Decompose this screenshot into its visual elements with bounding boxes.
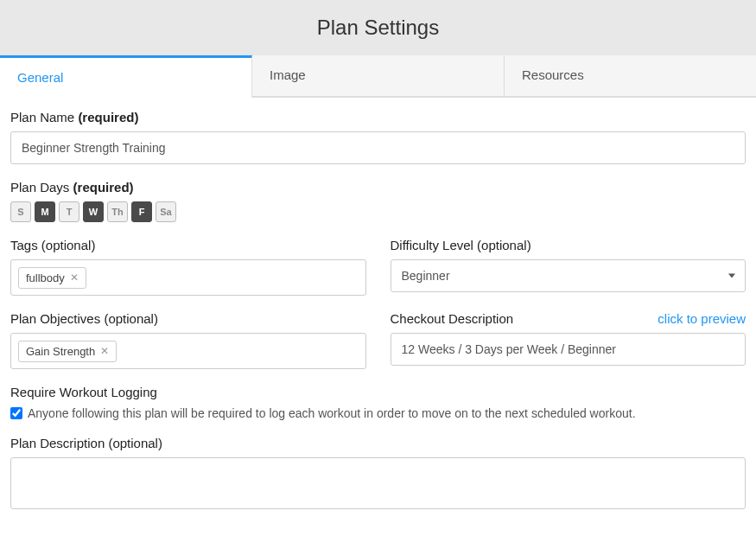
tags-label: Tags (optional) — [10, 238, 366, 252]
required-indicator: (required) — [78, 110, 138, 124]
day-tuesday[interactable]: T — [59, 201, 79, 222]
plan-name-section: Plan Name (required) — [10, 110, 746, 164]
tab-general[interactable]: General — [0, 55, 252, 98]
label-text: Plan Days — [10, 180, 73, 195]
tabs-bar: General Image Resources — [0, 55, 756, 98]
description-section: Plan Description (optional) — [10, 436, 746, 509]
tab-resources[interactable]: Resources — [505, 55, 756, 97]
day-picker: S M T W Th F Sa — [10, 201, 746, 222]
tab-image[interactable]: Image — [252, 55, 505, 97]
tag-chip: fullbody ✕ — [18, 267, 86, 289]
day-saturday[interactable]: Sa — [156, 201, 176, 222]
objective-chip: Gain Strength ✕ — [18, 341, 117, 362]
difficulty-select-wrap: Beginner — [391, 259, 746, 292]
tag-remove-icon[interactable]: ✕ — [70, 271, 79, 284]
objectives-label: Plan Objectives (optional) — [10, 311, 366, 326]
checkout-section: Checkout Description click to preview — [391, 311, 746, 369]
page-title: Plan Settings — [0, 16, 756, 40]
tags-input[interactable]: fullbody ✕ — [10, 259, 366, 296]
tag-text: fullbody — [26, 271, 65, 284]
day-monday[interactable]: M — [35, 201, 55, 222]
preview-link[interactable]: click to preview — [658, 311, 746, 326]
plan-days-label: Plan Days (required) — [10, 180, 746, 195]
label-text: Plan Name — [10, 110, 78, 124]
logging-section: Require Workout Logging Anyone following… — [10, 385, 746, 420]
difficulty-section: Difficulty Level (optional) Beginner — [391, 238, 746, 296]
checkout-description-input[interactable] — [391, 333, 746, 366]
plan-days-section: Plan Days (required) S M T W Th F Sa — [10, 180, 746, 222]
objective-text: Gain Strength — [26, 345, 95, 358]
plan-name-label: Plan Name (required) — [10, 110, 746, 124]
description-label: Plan Description (optional) — [10, 436, 746, 450]
objectives-section: Plan Objectives (optional) Gain Strength… — [10, 311, 366, 369]
plan-name-input[interactable] — [10, 131, 746, 164]
description-input[interactable] — [10, 457, 746, 509]
day-friday[interactable]: F — [131, 201, 152, 222]
objectives-checkout-row: Plan Objectives (optional) Gain Strength… — [10, 311, 746, 369]
modal-header: Plan Settings — [0, 0, 756, 55]
logging-label: Require Workout Logging — [10, 385, 746, 399]
day-thursday[interactable]: Th — [107, 201, 128, 222]
tags-difficulty-row: Tags (optional) fullbody ✕ Difficulty Le… — [10, 238, 746, 296]
tags-section: Tags (optional) fullbody ✕ — [10, 238, 366, 296]
difficulty-label: Difficulty Level (optional) — [391, 238, 746, 252]
required-indicator: (required) — [73, 180, 134, 195]
logging-description: Anyone following this plan will be requi… — [28, 406, 636, 420]
logging-checkbox-row: Anyone following this plan will be requi… — [10, 406, 746, 420]
checkout-label: Checkout Description — [391, 311, 514, 326]
logging-checkbox[interactable] — [10, 407, 22, 419]
objective-remove-icon[interactable]: ✕ — [100, 345, 109, 357]
objectives-input[interactable]: Gain Strength ✕ — [10, 333, 366, 369]
day-wednesday[interactable]: W — [83, 201, 104, 222]
day-sunday[interactable]: S — [10, 201, 31, 222]
tab-panel-general: Plan Name (required) Plan Days (required… — [0, 98, 756, 536]
difficulty-select[interactable]: Beginner — [391, 259, 746, 292]
